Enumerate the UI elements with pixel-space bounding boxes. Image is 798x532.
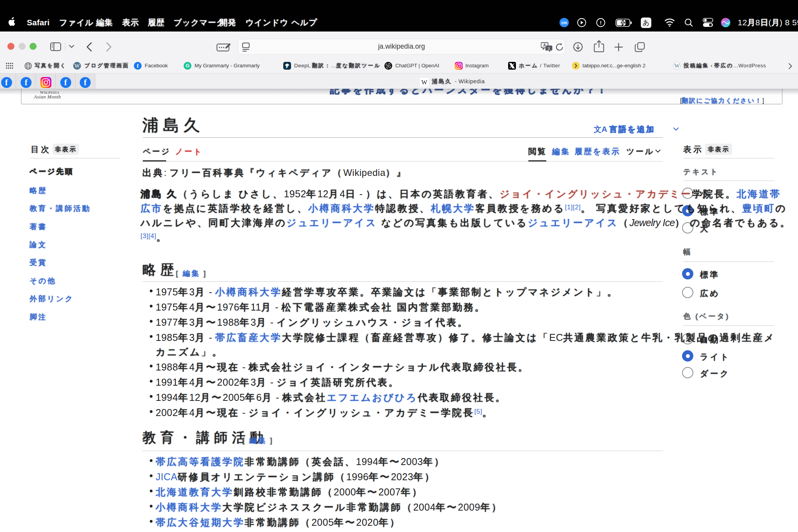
svg-text:!: ! (600, 20, 602, 26)
svg-text:文: 文 (547, 47, 551, 51)
svg-text:A: A (543, 43, 546, 47)
